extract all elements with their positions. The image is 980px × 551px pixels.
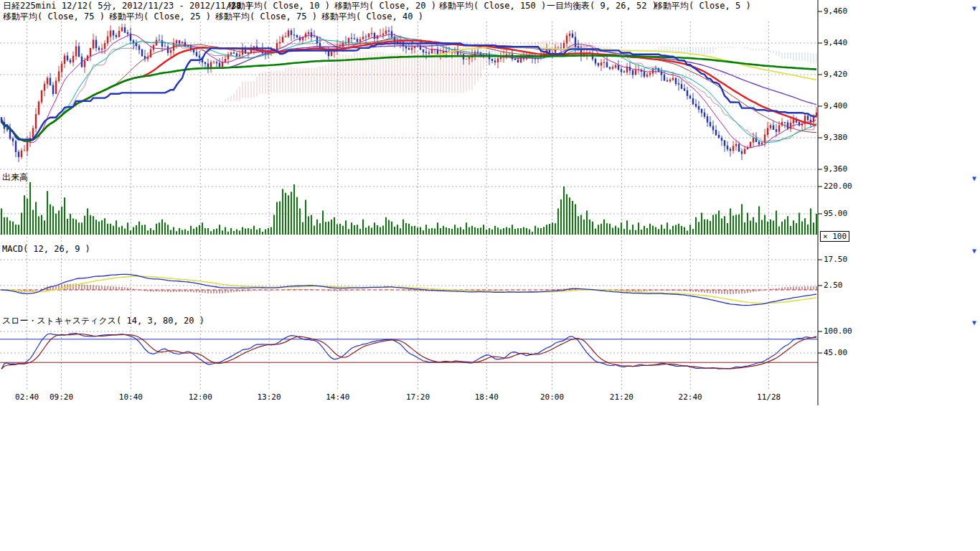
time-axis-label: 20:00 xyxy=(538,393,567,402)
macd-tick-label: 2.50 xyxy=(824,281,843,290)
volume-tick-label: 95.00 xyxy=(824,209,847,218)
stoch-panel-dropdown-arrow-icon[interactable]: ▼ xyxy=(969,318,979,327)
time-axis-label: 02:40 xyxy=(13,393,42,402)
price-tick-label: 9,460 xyxy=(824,7,847,16)
price-tick-label: 9,420 xyxy=(824,70,847,79)
legend-ma-close-150[interactable]: 移動平均( Close, 150 ) xyxy=(439,1,546,11)
axis-tick-marks xyxy=(818,11,822,353)
stoch-k-line xyxy=(1,334,816,369)
legend-ma-close-40[interactable]: 移動平均( Close, 40 ) xyxy=(321,11,423,22)
legend-ma-close-20[interactable]: 移動平均( Close, 20 ) xyxy=(334,1,436,11)
legend-ma-close-25[interactable]: 移動平均( Close, 25 ) xyxy=(109,11,211,22)
chart-title: 日経225mini 12/12( 5分, 2012/11/23 - 2012/1… xyxy=(3,1,252,11)
price-tick-label: 9,360 xyxy=(824,165,847,174)
time-axis-label: 13:20 xyxy=(255,393,283,402)
time-axis-label: 21:20 xyxy=(607,393,636,402)
time-axis-label: 09:20 xyxy=(47,393,76,402)
time-axis-label: 14:40 xyxy=(324,393,352,402)
legend-ichimoku[interactable]: 一目均衡表( 9, 26, 52 ) xyxy=(547,1,657,11)
time-axis-label: 18:40 xyxy=(472,393,501,402)
legend-ma-close-10[interactable]: 移動平均( Close, 10 ) xyxy=(228,1,330,11)
volume-bars xyxy=(1,182,816,235)
price-tick-label: 9,400 xyxy=(824,102,847,110)
time-axis-label: 12:00 xyxy=(186,393,215,402)
legend-ma-close-75b[interactable]: 移動平均( Close, 75 ) xyxy=(215,11,317,22)
macd-tick-label: 17.50 xyxy=(824,255,847,264)
chart-svg[interactable] xyxy=(0,0,864,409)
stoch-tick-label: 45.00 xyxy=(824,349,847,357)
stoch-tick-label: 100.00 xyxy=(824,327,852,336)
time-axis-label: 17:20 xyxy=(404,393,433,402)
chart-application-window: 日経225mini 12/12( 5分, 2012/11/23 - 2012/1… xyxy=(0,0,980,551)
legend-row-secondary: 移動平均( Close, 75 ) 移動平均( Close, 25 ) 移動平均… xyxy=(0,11,818,22)
time-axis-label: 10:40 xyxy=(116,393,145,402)
price-tick-label: 9,380 xyxy=(824,133,847,142)
legend-ma-close-75a[interactable]: 移動平均( Close, 75 ) xyxy=(3,11,105,22)
chart-canvas[interactable] xyxy=(0,0,864,409)
price-tick-label: 9,440 xyxy=(824,39,847,47)
volume-tick-label: 220.00 xyxy=(824,182,852,191)
price-panel-dropdown-arrow-icon[interactable]: ▼ xyxy=(969,4,979,13)
macd-panel-dropdown-arrow-icon[interactable]: ▼ xyxy=(969,246,979,255)
macd-panel-label: MACD( 12, 26, 9 ) xyxy=(2,244,90,254)
stoch-panel-label: スロー・ストキャスティクス( 14, 3, 80, 20 ) xyxy=(2,316,204,326)
volume-multiplier-badge: × 100 xyxy=(820,231,849,242)
volume-panel-label: 出来高 xyxy=(2,172,28,182)
volume-panel-dropdown-arrow-icon[interactable]: ▼ xyxy=(969,174,979,183)
legend-ma-close-5[interactable]: 移動平均( Close, 5 ) xyxy=(654,1,751,11)
time-axis-label: 11/28 xyxy=(755,393,783,402)
legend-row-primary: 日経225mini 12/12( 5分, 2012/11/23 - 2012/1… xyxy=(0,1,818,11)
time-axis-label: 22:40 xyxy=(676,393,705,402)
